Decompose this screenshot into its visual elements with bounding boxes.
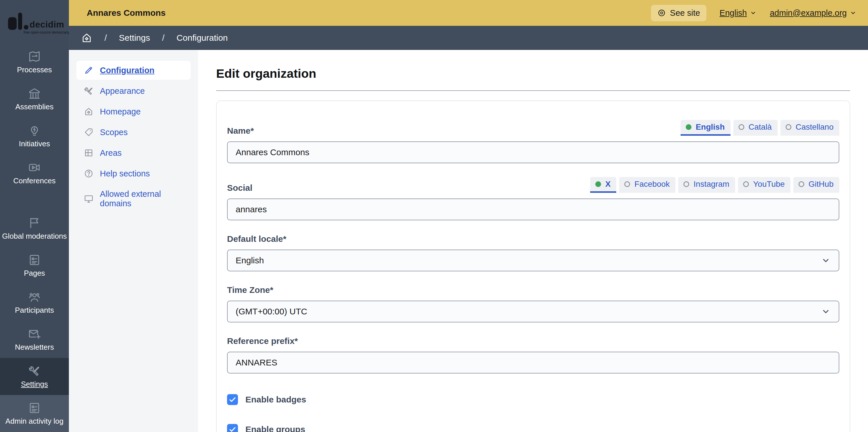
question-circle-icon: [84, 169, 94, 178]
submenu-item-configuration[interactable]: Configuration: [76, 61, 191, 80]
flag-icon: [28, 217, 41, 229]
breadcrumb-settings[interactable]: Settings: [119, 33, 150, 43]
pencil-icon: [84, 65, 94, 75]
chevron-down-icon: [821, 256, 831, 265]
reference-prefix-field: Reference prefix*: [227, 336, 839, 373]
team-icon: [28, 291, 41, 303]
decidim-admin-app: decidim free open-source democracy Proce…: [0, 0, 868, 432]
logo-shape: [24, 25, 28, 30]
radio-selected-icon: [595, 181, 601, 187]
logo-tagline: free open-source democracy: [24, 30, 69, 34]
social-network-tabs: X Facebook Instagram: [590, 177, 839, 193]
social-tab-instagram[interactable]: Instagram: [678, 177, 735, 193]
home-icon[interactable]: [81, 32, 92, 43]
eye-icon: [657, 9, 666, 17]
article-icon: [28, 402, 41, 414]
name-input[interactable]: [227, 141, 839, 163]
price-tag-icon: [84, 127, 94, 137]
edit-organization-page: Edit organization Name* English: [198, 50, 868, 432]
sidebar-item-assemblies[interactable]: Assemblies: [0, 80, 69, 118]
sidebar-item-global-moderations[interactable]: Global moderations: [0, 210, 69, 247]
topbar-actions: See site English admin@example.org: [651, 5, 857, 21]
sidebar-item-newsletters[interactable]: Newsletters: [0, 321, 69, 358]
sidebar-item-admin-activity-log[interactable]: Admin activity log: [0, 395, 69, 432]
account-menu-button[interactable]: admin@example.org: [770, 8, 857, 18]
organization-name: Annares Commons: [87, 8, 166, 18]
topbar: Annares Commons See site English admin@e…: [69, 0, 868, 26]
enable-groups-label: Enable groups: [245, 425, 305, 432]
social-tab-x[interactable]: X: [590, 177, 617, 193]
sidebar-item-initiatives[interactable]: Initiatives: [0, 118, 69, 155]
page-title: Edit organization: [216, 67, 850, 80]
home-gear-icon: [84, 107, 94, 117]
breadcrumb-separator: /: [104, 33, 107, 43]
radio-icon: [739, 124, 744, 130]
default-locale-select[interactable]: English: [227, 250, 839, 271]
radio-icon: [624, 181, 630, 187]
social-handle-input[interactable]: [227, 199, 839, 220]
sidebar-item-conferences[interactable]: Conferences: [0, 155, 69, 192]
radio-icon: [743, 181, 749, 187]
grid-icon: [84, 148, 94, 158]
submenu-item-scopes[interactable]: Scopes: [76, 123, 191, 142]
name-field: Name* English Català: [227, 120, 839, 163]
chevron-down-icon: [750, 9, 756, 16]
time-zone-label: Time Zone*: [227, 285, 273, 295]
reference-prefix-input[interactable]: [227, 352, 839, 373]
bank-icon: [28, 87, 41, 100]
logo-shape: [18, 12, 22, 30]
enable-badges-row: Enable badges: [227, 394, 839, 405]
name-label: Name*: [227, 126, 254, 136]
submenu-item-appearance[interactable]: Appearance: [76, 81, 191, 100]
language-tab-castellano[interactable]: Castellano: [780, 120, 839, 136]
article-icon: [28, 254, 41, 266]
enable-groups-checkbox[interactable]: [227, 424, 238, 432]
radio-icon: [799, 181, 804, 187]
primary-sidebar: decidim free open-source democracy Proce…: [0, 0, 69, 432]
breadcrumb: / Settings / Configuration: [69, 26, 868, 50]
reference-prefix-label: Reference prefix*: [227, 336, 298, 346]
time-zone-select[interactable]: (GMT+00:00) UTC: [227, 301, 839, 323]
computer-icon: [84, 194, 94, 204]
decidim-logo[interactable]: decidim free open-source democracy: [0, 0, 69, 43]
chevron-down-icon: [821, 307, 831, 317]
social-tab-facebook[interactable]: Facebook: [619, 177, 675, 193]
default-locale-field: Default locale* English: [227, 234, 839, 271]
language-tab-catala[interactable]: Català: [733, 120, 778, 136]
chevron-down-icon: [849, 9, 857, 16]
submenu-item-allowed-external-domains[interactable]: Allowed external domains: [76, 185, 191, 213]
settings-submenu: Configuration Appearance Homepage Scopes…: [69, 50, 198, 432]
submenu-item-homepage[interactable]: Homepage: [76, 102, 191, 121]
enable-badges-label: Enable badges: [245, 395, 306, 404]
name-language-tabs: English Català Castellano: [681, 120, 839, 136]
mail-add-icon: [28, 328, 41, 340]
submenu-item-areas[interactable]: Areas: [76, 143, 191, 162]
radio-icon: [683, 181, 689, 187]
sidebar-item-pages[interactable]: Pages: [0, 247, 69, 284]
lightbulb-flash-icon: [28, 124, 41, 137]
tools-icon: [28, 365, 41, 377]
enable-badges-checkbox[interactable]: [227, 394, 238, 405]
social-tab-youtube[interactable]: YouTube: [738, 177, 790, 193]
radio-selected-icon: [686, 124, 691, 130]
sidebar-item-participants[interactable]: Participants: [0, 284, 69, 321]
time-zone-field: Time Zone* (GMT+00:00) UTC: [227, 285, 839, 323]
radio-icon: [786, 124, 792, 130]
default-locale-label: Default locale*: [227, 234, 286, 244]
submenu-item-help-sections[interactable]: Help sections: [76, 164, 191, 183]
breadcrumb-configuration[interactable]: Configuration: [177, 33, 228, 43]
social-tab-github[interactable]: GitHub: [794, 177, 839, 193]
social-field: Social X Facebook: [227, 177, 839, 220]
see-site-button[interactable]: See site: [651, 5, 706, 21]
language-menu-button[interactable]: English: [720, 8, 756, 18]
language-tab-english[interactable]: English: [681, 120, 731, 136]
breadcrumb-separator: /: [162, 33, 164, 43]
content-area: Configuration Appearance Homepage Scopes…: [69, 50, 868, 432]
edit-organization-form-card: Name* English Català: [216, 100, 850, 432]
video-camera-icon: [28, 161, 41, 174]
sidebar-item-settings[interactable]: Settings: [0, 358, 69, 395]
logo-brand-text: decidim: [30, 20, 64, 30]
map-icon: [28, 50, 41, 63]
title-divider: [216, 90, 850, 91]
sidebar-item-processes[interactable]: Processes: [0, 43, 69, 80]
